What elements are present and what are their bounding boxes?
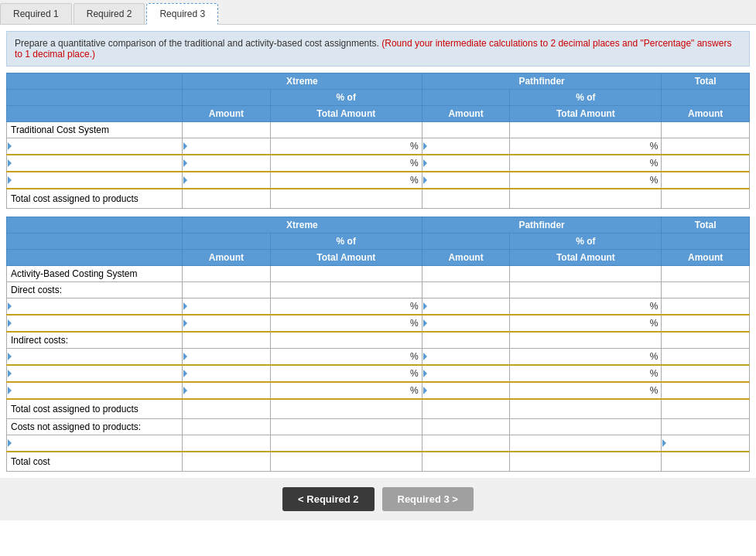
table2-cna-label[interactable] [7,435,183,452]
table2-ir2-amt-x-input[interactable] [189,367,269,380]
table1-r1-pct-x[interactable]: % [270,138,422,155]
table2-ta-c4-input[interactable] [426,402,506,416]
table2-ir2-pct-x[interactable]: % [270,365,422,382]
table2-ir3-label-input[interactable] [13,384,181,397]
table1-r2-amt-x-input[interactable] [189,156,269,170]
table2-ta-c6-input[interactable] [665,402,745,416]
table2-dr1-amt-x-input[interactable] [189,299,269,313]
table2-ir1-label[interactable] [7,349,183,366]
table2-ir3-pct-x[interactable]: % [270,382,422,399]
table2-tc-c4-input[interactable] [426,455,506,469]
table2-dr1-pct-x-input[interactable] [272,299,410,313]
table1-r3-pct-p[interactable]: % [510,172,662,189]
table2-ir3-amt-x-input[interactable] [189,384,269,397]
table2-dr1-label[interactable] [7,298,183,316]
table1-r2-pct-x-input[interactable] [272,156,410,170]
table1-r3-amt-p-input[interactable] [429,173,509,187]
table2-cna-c4-input[interactable] [423,436,509,450]
table1-r2-total[interactable] [662,155,750,172]
table2-dr2-total[interactable] [662,315,750,332]
table1-r3-amt-x[interactable] [183,172,271,189]
table2-dr1-amt-p[interactable] [422,298,510,316]
table2-ir3-total-input[interactable] [662,384,748,397]
table2-dr2-amt-p[interactable] [422,315,510,332]
table2-ir3-pct-x-input[interactable] [272,384,410,397]
table2-dr1-amt-p-input[interactable] [429,299,509,313]
table2-ir1-pct-x[interactable]: % [270,349,422,366]
table2-ir1-total[interactable] [662,349,750,366]
table1-r1-amt-p-input[interactable] [429,139,509,153]
table2-ir1-pct-x-input[interactable] [272,350,410,363]
table2-dr2-amt-x[interactable] [183,315,271,332]
table1-r3-label[interactable] [7,172,183,189]
table1-r1-amt-x[interactable] [183,138,271,155]
table2-ir3-pct-p[interactable]: % [510,382,662,399]
table2-cna-c2-input[interactable] [183,436,269,450]
table2-ir1-pct-p[interactable]: % [510,349,662,366]
table2-cna-c6-input[interactable] [668,436,748,450]
table1-r2-amt-p-input[interactable] [429,156,509,170]
table2-ir2-pct-p[interactable]: % [510,365,662,382]
tab-required3[interactable]: Required 3 [146,3,218,25]
table2-ir2-amt-x[interactable] [183,365,271,382]
table1-r3-amt-x-input[interactable] [189,173,269,187]
table2-dr2-amt-x-input[interactable] [189,316,269,330]
table2-ir2-amt-p-input[interactable] [429,367,509,380]
tab-required1[interactable]: Required 1 [0,3,72,24]
table2-ir3-amt-x[interactable] [183,382,271,399]
table1-r2-amt-x[interactable] [183,155,271,172]
tab-required2[interactable]: Required 2 [74,3,145,24]
table1-total-c6[interactable] [662,189,750,209]
table2-ta-c2-input[interactable] [186,402,266,416]
table2-dr2-pct-x-input[interactable] [272,316,410,330]
table2-ir1-label-input[interactable] [13,350,181,363]
table2-ir1-amt-p[interactable] [422,349,510,366]
table2-ir2-pct-x-input[interactable] [272,367,410,380]
table1-r1-amt-x-input[interactable] [189,139,269,153]
table2-ir3-label[interactable] [7,382,183,399]
table1-r3-total-input[interactable] [662,173,748,187]
table2-dr2-pct-p-input[interactable] [511,316,649,330]
table2-ir1-total-input[interactable] [662,350,748,363]
table2-ir3-total[interactable] [662,382,750,399]
table1-r1-pct-p[interactable]: % [510,138,662,155]
table1-r1-amt-p[interactable] [422,138,510,155]
table1-r2-label[interactable] [7,155,183,172]
table2-dr1-pct-p[interactable]: % [510,298,662,316]
table2-dr2-label-input[interactable] [13,316,181,330]
table1-r2-pct-p-input[interactable] [511,156,649,170]
table2-dr2-label[interactable] [7,315,183,332]
table2-ir2-total[interactable] [662,365,750,382]
table1-total-c4-input[interactable] [426,192,506,206]
table1-total-c6-input[interactable] [665,192,745,206]
table2-ir3-pct-p-input[interactable] [511,384,649,397]
table2-ir1-amt-x-input[interactable] [189,350,269,363]
table1-r1-pct-p-input[interactable] [511,139,649,153]
table1-r1-label[interactable] [7,138,183,155]
table1-total-c4[interactable] [422,189,510,209]
table1-r1-label-input[interactable] [13,139,181,153]
table2-ir2-total-input[interactable] [662,367,748,380]
table2-dr1-total[interactable] [662,298,750,316]
table1-r3-amt-p[interactable] [422,172,510,189]
table2-ir2-label-input[interactable] [13,367,181,380]
table1-total-c2[interactable] [183,189,271,209]
table1-r1-pct-x-input[interactable] [272,139,410,153]
table2-ir3-amt-p[interactable] [422,382,510,399]
table2-cna-label-input[interactable] [13,436,181,450]
table2-dr2-pct-p[interactable]: % [510,315,662,332]
table1-r3-total[interactable] [662,172,750,189]
table2-ir1-amt-p-input[interactable] [429,350,509,363]
table2-ir2-amt-p[interactable] [422,365,510,382]
table1-r3-pct-x-input[interactable] [272,173,410,187]
table2-dr2-total-input[interactable] [662,316,748,330]
table1-r3-pct-p-input[interactable] [511,173,649,187]
table2-tc-c6-input[interactable] [665,455,745,469]
table2-dr1-pct-x[interactable]: % [270,298,422,316]
table2-dr1-pct-p-input[interactable] [511,299,649,313]
table1-r3-pct-x[interactable]: % [270,172,422,189]
table1-r2-pct-p[interactable]: % [510,155,662,172]
table1-r3-label-input[interactable] [13,173,181,187]
table2-dr1-label-input[interactable] [13,299,181,313]
table1-r2-total-input[interactable] [662,156,748,170]
